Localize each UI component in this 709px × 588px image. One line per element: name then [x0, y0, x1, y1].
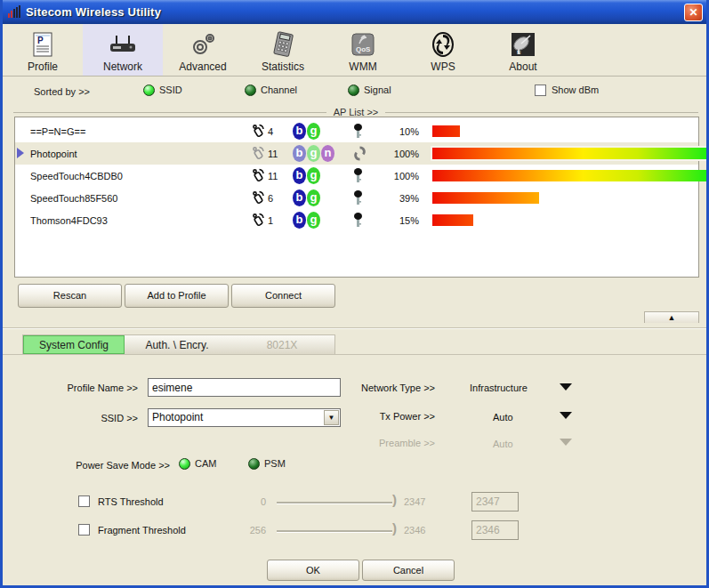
- add-to-profile-button[interactable]: Add to Profile: [125, 284, 229, 308]
- ap-row[interactable]: Photopoint11bgn100%: [15, 142, 698, 165]
- app-window: Sitecom Wireless Utility ✕ P Profile Net…: [0, 0, 709, 588]
- show-dbm-checkbox[interactable]: Show dBm: [535, 85, 599, 96]
- channel-antenna-icon: [252, 146, 265, 161]
- toolbar-label: Statistics: [262, 60, 304, 73]
- rts-value-field[interactable]: 2347: [471, 492, 519, 511]
- tab-8021x: 8021X: [230, 335, 334, 354]
- list-buttons: Rescan Add to Profile Connect: [18, 284, 335, 308]
- key-encryption-icon: [353, 189, 363, 207]
- ssid-label: SSID >>: [76, 413, 138, 423]
- gears-icon: [189, 29, 217, 60]
- ssid-combobox[interactable]: Photopoint ▼: [148, 408, 341, 427]
- fragment-threshold-checkbox[interactable]: [78, 524, 90, 536]
- ok-button[interactable]: OK: [267, 560, 359, 581]
- tab-system-config[interactable]: System Config: [23, 335, 125, 354]
- sort-option-ssid[interactable]: SSID: [143, 85, 182, 96]
- power-save-cam-radio[interactable]: CAM: [179, 458, 216, 470]
- radio-led-icon: [245, 85, 256, 96]
- rts-threshold-checkbox[interactable]: [78, 495, 90, 507]
- ap-channel: 11: [268, 171, 278, 181]
- profile-document-icon: P: [30, 29, 55, 60]
- channel-antenna-icon: [252, 213, 265, 228]
- channel-antenna-icon: [252, 190, 265, 205]
- system-config-form: Profile Name >> SSID >> Photopoint ▼ Pow…: [3, 356, 706, 543]
- network-type-value[interactable]: Infrastructure: [470, 383, 528, 393]
- toolbar-item-advanced[interactable]: Advanced: [163, 24, 243, 76]
- ap-signal-percent: 15%: [378, 215, 419, 226]
- mode-badge-g: g: [307, 145, 320, 162]
- rescan-button[interactable]: Rescan: [18, 284, 122, 308]
- network-type-label: Network Type >>: [346, 383, 435, 393]
- ap-channel: 1: [268, 215, 273, 226]
- ap-ssid: SpeedTouch4CBDB0: [15, 171, 239, 181]
- ap-list: ==P=N=G==4bg10%Photopoint11bgn100%SpeedT…: [14, 117, 699, 278]
- rts-min-value: 0: [243, 496, 266, 507]
- fragment-max-value: 2346: [404, 525, 425, 536]
- key-encryption-icon: [353, 212, 363, 230]
- close-button[interactable]: ✕: [684, 4, 703, 21]
- key-encryption-icon: [353, 123, 363, 141]
- toolbar-item-wmm[interactable]: QoS WMM: [323, 24, 403, 76]
- svg-text:N: N: [517, 50, 520, 55]
- main-toolbar: P Profile Network Advanced Statistics Qo…: [3, 24, 706, 77]
- network-type-dropdown-icon[interactable]: [560, 383, 572, 391]
- app-logo-icon: [8, 5, 20, 18]
- fragment-value-field[interactable]: 2346: [471, 520, 519, 540]
- cancel-button[interactable]: Cancel: [362, 560, 455, 581]
- sort-option-signal[interactable]: Signal: [348, 85, 391, 96]
- toolbar-label: WPS: [431, 60, 455, 73]
- ap-row[interactable]: SpeedTouch4CBDB011bg100%: [15, 165, 698, 187]
- ap-channel: 4: [268, 126, 273, 137]
- fragment-slider-thumb[interactable]: ): [392, 520, 397, 536]
- rts-slider-track[interactable]: [277, 502, 392, 504]
- mode-badge-b: b: [293, 189, 306, 206]
- preamble-value: Auto: [493, 439, 513, 449]
- tx-power-value[interactable]: Auto: [493, 412, 513, 423]
- title-bar: Sitecom Wireless Utility ✕: [0, 0, 709, 24]
- signal-strength-bar: [432, 170, 706, 181]
- mode-badge-g: g: [307, 167, 320, 184]
- ap-row[interactable]: SpeedTouch85F5606bg39%: [15, 187, 698, 209]
- mode-badge-g: g: [307, 189, 320, 206]
- profile-name-label: Profile Name >>: [49, 383, 138, 393]
- fragment-slider-track[interactable]: [277, 530, 392, 533]
- toolbar-item-wps[interactable]: WPS: [403, 24, 483, 76]
- connect-button[interactable]: Connect: [231, 284, 335, 308]
- ap-row[interactable]: ==P=N=G==4bg10%: [15, 120, 698, 142]
- ssid-value: Photopoint: [152, 411, 203, 423]
- svg-text:P: P: [37, 36, 44, 45]
- ap-signal-percent: 10%: [378, 126, 419, 137]
- ap-ssid: ==P=N=G==: [15, 126, 239, 137]
- toolbar-item-network[interactable]: Network: [83, 24, 163, 76]
- tab-underline: [3, 354, 706, 355]
- tab-auth-encry[interactable]: Auth. \ Encry.: [125, 335, 230, 354]
- signal-strength-bar: [432, 125, 460, 137]
- sort-option-channel[interactable]: Channel: [245, 85, 297, 96]
- network-router-icon: [108, 29, 138, 60]
- ap-row[interactable]: Thomson4FDC931bg15%: [15, 209, 698, 231]
- combobox-dropdown-icon[interactable]: ▼: [324, 410, 339, 425]
- selected-row-arrow-icon: [17, 148, 24, 158]
- toolbar-item-about[interactable]: N About: [483, 24, 563, 76]
- calculator-icon: [271, 29, 294, 60]
- radio-led-icon: [248, 458, 260, 470]
- ap-ssid: Thomson4FDC93: [15, 215, 239, 226]
- toolbar-item-statistics[interactable]: Statistics: [243, 24, 323, 76]
- power-save-psm-radio[interactable]: PSM: [248, 458, 286, 470]
- fragment-threshold-label: Fragment Threshold: [98, 525, 186, 536]
- preamble-label: Preamble >>: [364, 438, 435, 448]
- toolbar-item-profile[interactable]: P Profile: [3, 24, 83, 76]
- signal-strength-bar: [432, 192, 539, 204]
- mode-badge-b: b: [293, 123, 306, 140]
- rts-slider-thumb[interactable]: ): [392, 492, 397, 507]
- signal-strength-bar: [432, 214, 473, 226]
- profile-name-input[interactable]: [148, 378, 341, 397]
- power-save-mode-label: Power Save Mode >>: [54, 460, 170, 471]
- sort-bar: Sorted by >> SSID Channel Signal Show dB…: [3, 77, 706, 109]
- rts-threshold-label: RTS Threshold: [98, 496, 164, 507]
- key-encryption-icon: [353, 167, 363, 185]
- tx-power-dropdown-icon[interactable]: [560, 412, 572, 419]
- channel-antenna-icon: [252, 124, 265, 139]
- collapse-panel-button[interactable]: ▲: [644, 311, 699, 323]
- toolbar-label: About: [509, 60, 536, 73]
